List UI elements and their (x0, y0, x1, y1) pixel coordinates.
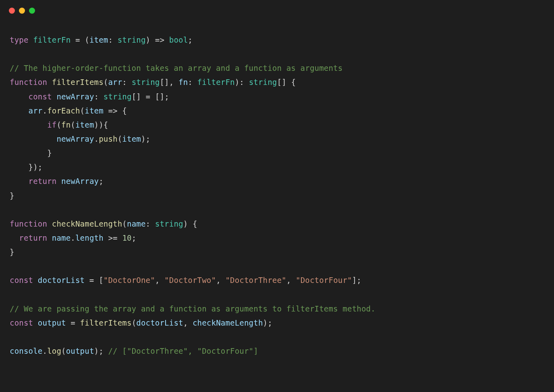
number-10: 10 (122, 233, 131, 242)
ident-name: name (52, 233, 71, 242)
type-bool: bool (169, 35, 188, 44)
arg-output: output (66, 347, 94, 355)
punct: . (42, 347, 47, 355)
space (56, 177, 61, 186)
punct: ( (132, 318, 137, 327)
indent (10, 120, 47, 129)
function-name-checkNameLength: checkNameLength (52, 219, 122, 228)
close-icon[interactable] (9, 8, 15, 14)
keyword-type: type (10, 35, 29, 44)
type-alias-name: filterFn (33, 35, 71, 44)
punct: ); (263, 318, 272, 327)
method-forEach: forEach (47, 106, 80, 115)
param-fn: fn (178, 78, 188, 87)
ident-console: console (10, 347, 42, 355)
punct: ( (80, 106, 85, 115)
punct: = (66, 318, 80, 327)
ident-newArray: newArray (56, 134, 94, 143)
punct: ; (188, 35, 193, 44)
punct: ) => (146, 35, 169, 44)
punct: ); (94, 347, 108, 355)
function-name-filterItems: filterItems (52, 78, 104, 87)
arg-doctorList: doctorList (136, 318, 183, 327)
var-newArray: newArray (56, 92, 94, 101)
type-string: string (118, 35, 146, 44)
punct: : (188, 78, 197, 87)
param-arr: arr (108, 78, 122, 87)
punct: [] = []; (132, 92, 169, 101)
punct: = ( (71, 35, 89, 44)
punct: = [ (85, 276, 104, 285)
punct: ) { (183, 219, 197, 228)
ident-item: item (75, 120, 94, 129)
call-filterItems: filterItems (80, 318, 132, 327)
var-output: output (38, 318, 66, 327)
punct: ( (56, 120, 61, 129)
punct: : (122, 78, 131, 87)
punct: , (155, 276, 164, 285)
method-push: push (99, 134, 118, 143)
space (52, 92, 57, 101)
arg-checkNameLength: checkNameLength (193, 318, 263, 327)
punct: , (183, 318, 193, 327)
punct: }); (29, 163, 43, 171)
type-string: string (155, 219, 183, 228)
punct: : (146, 219, 155, 228)
type-filterFn: filterFn (197, 78, 235, 87)
indent (10, 177, 29, 186)
type-string: string (132, 78, 160, 87)
param-name: name (127, 219, 146, 228)
param-item: item (89, 35, 108, 44)
punct: ]; (352, 276, 361, 285)
punct: . (71, 233, 75, 242)
prop-length: length (75, 233, 104, 242)
comment: // ["DoctorThree", "DoctorFour"] (108, 347, 258, 355)
indent (10, 233, 19, 242)
keyword-function: function (10, 78, 47, 87)
keyword-const: const (10, 276, 33, 285)
brace: } (10, 191, 15, 200)
titlebar (0, 0, 554, 21)
param-item: item (85, 106, 104, 115)
punct: ); (141, 134, 150, 143)
punct: ): (235, 78, 249, 87)
brace: } (47, 149, 52, 157)
punct: ( (104, 78, 108, 87)
indent (10, 134, 56, 143)
zoom-icon[interactable] (29, 8, 35, 14)
punct: ; (99, 177, 104, 186)
punct: [] { (277, 78, 296, 87)
keyword-const: const (10, 318, 33, 327)
keyword-function: function (10, 219, 47, 228)
var-doctorList: doctorList (38, 276, 85, 285)
space (33, 276, 38, 285)
type-string: string (104, 92, 132, 101)
space (47, 233, 52, 242)
minimize-icon[interactable] (19, 8, 25, 14)
indent (10, 149, 47, 157)
indent (10, 106, 29, 115)
ident-item: item (122, 134, 141, 143)
operator-gte: >= (104, 233, 122, 242)
punct: ( (61, 347, 66, 355)
punct: . (42, 106, 47, 115)
keyword-if: if (47, 120, 56, 129)
punct: , (216, 276, 225, 285)
keyword-return: return (29, 177, 57, 186)
ident-arr: arr (29, 106, 43, 115)
type-string: string (249, 78, 277, 87)
code-block: type filterFn = (item: string) => bool; … (0, 21, 554, 358)
keyword-return: return (19, 233, 47, 242)
punct: ( (71, 120, 75, 129)
string-DoctorOne: "DoctorOne" (104, 276, 155, 285)
punct: ; (132, 233, 137, 242)
ident-newArray: newArray (61, 177, 99, 186)
indent (10, 163, 29, 171)
string-DoctorTwo: "DoctorTwo" (164, 276, 216, 285)
punct: ( (122, 219, 127, 228)
string-DoctorThree: "DoctorThree" (225, 276, 286, 285)
comment: // We are passing the array and a functi… (10, 304, 376, 313)
method-log: log (47, 347, 61, 355)
keyword-const: const (29, 92, 52, 101)
comment: // The higher-order-function takes an ar… (10, 64, 342, 72)
